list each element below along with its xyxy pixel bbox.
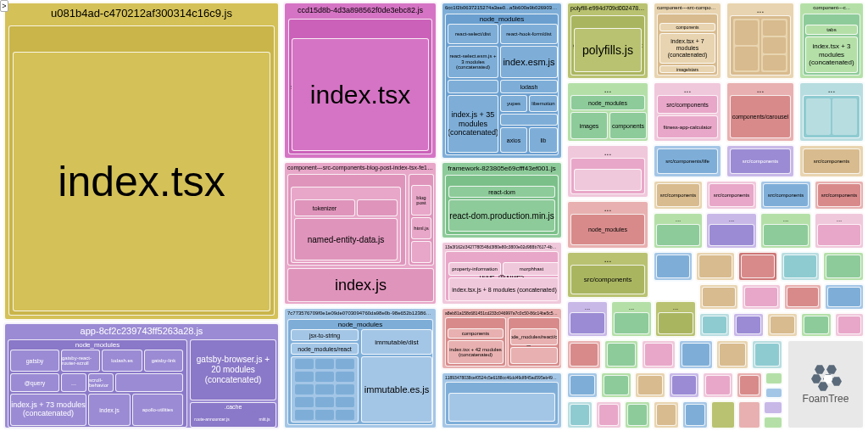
chunk-cell[interactable] bbox=[780, 251, 821, 282]
module[interactable]: src/components bbox=[657, 95, 718, 114]
chunk-cell[interactable] bbox=[834, 312, 865, 338]
chunk-cell[interactable]: ... bbox=[798, 81, 865, 143]
chunk-cell[interactable]: component---c... src/components tabs ind… bbox=[798, 2, 865, 80]
module-main[interactable]: index.js bbox=[287, 268, 434, 302]
module[interactable]: index.esm.js bbox=[500, 46, 558, 78]
chunk-cell[interactable]: src/components bbox=[726, 144, 795, 178]
chunk-cell[interactable]: ... bbox=[610, 300, 653, 338]
chunk-cell[interactable]: ccd15d8b-4d3a898562f0de3ebc82.js src/com… bbox=[283, 2, 437, 160]
chunk-cell[interactable] bbox=[751, 339, 783, 370]
module-main[interactable]: index.tsx.js + 8 modules (concatenated) bbox=[448, 277, 559, 301]
chunk-cell[interactable]: app-8cf2c239743ff5263a28.js node_modules… bbox=[3, 322, 280, 429]
chunk-cell[interactable]: framework-823805e69cfff43ef001.js node_m… bbox=[441, 161, 563, 239]
chunk-cell[interactable] bbox=[732, 312, 765, 338]
module[interactable]: src/components bbox=[730, 148, 791, 174]
module[interactable]: src/components/life bbox=[657, 148, 718, 174]
module[interactable]: lodash.es bbox=[102, 350, 142, 372]
module[interactable]: jsx-to-string bbox=[291, 329, 359, 341]
module[interactable]: tokenizer bbox=[294, 199, 355, 216]
chunk-cell[interactable] bbox=[566, 339, 602, 370]
module[interactable]: src/components bbox=[570, 265, 645, 294]
chunk-cell[interactable] bbox=[765, 372, 783, 385]
chunk-cell[interactable] bbox=[763, 416, 783, 429]
chunk-cell[interactable] bbox=[682, 400, 709, 429]
chunk-cell[interactable]: polyfill-e994d709d00247882fb6.js gatsby-… bbox=[566, 2, 649, 80]
chunk-cell[interactable]: ... bbox=[653, 212, 704, 249]
chunk-cell[interactable]: src/components/life bbox=[653, 144, 722, 178]
chunk-cell[interactable] bbox=[624, 400, 651, 429]
chunk-cell[interactable] bbox=[566, 400, 593, 429]
chunk-cell[interactable]: u081b4ad-c470212af300314c16c9.js src/com… bbox=[3, 2, 280, 321]
chunk-cell[interactable] bbox=[595, 400, 622, 429]
chunk-cell[interactable]: ... bbox=[654, 300, 697, 338]
chunk-cell[interactable] bbox=[766, 312, 798, 338]
chunk-cell[interactable] bbox=[600, 372, 632, 399]
chunk-cell[interactable]: 11893478038cef0524c5e6188cc46dd49df845ad… bbox=[441, 372, 563, 429]
chunk-cell[interactable]: ... bbox=[814, 212, 865, 249]
chunk-cell[interactable]: ... src/components bbox=[566, 251, 649, 299]
chunk-cell[interactable] bbox=[678, 339, 714, 370]
chunk-cell[interactable]: ... node_modules bbox=[566, 200, 649, 249]
chunk-cell[interactable]: ... bbox=[566, 300, 609, 338]
module[interactable]: components/carousel bbox=[730, 95, 791, 138]
chunk-cell[interactable] bbox=[800, 312, 832, 338]
chunk-cell[interactable]: ... bbox=[726, 2, 795, 80]
module-main[interactable]: index.tsx + 7 modules (concatenated) bbox=[659, 33, 715, 64]
module[interactable]: @query bbox=[10, 373, 59, 392]
module[interactable]: fitness-app-calculator bbox=[657, 115, 718, 138]
chunk-cell[interactable]: ... src/components fitness-app-calculato… bbox=[653, 81, 722, 143]
module[interactable]: node_modules/react bbox=[291, 343, 359, 355]
chunk-cell[interactable]: ... node_modules images components bbox=[566, 81, 649, 143]
chunk-cell[interactable]: component---src-components-blog-post-ind… bbox=[283, 161, 437, 305]
module[interactable]: react-select/dist bbox=[448, 24, 498, 44]
module[interactable]: images bbox=[570, 112, 608, 139]
bundle-treemap[interactable]: > u081b4ad-c470212af300314c16c9.js src/c… bbox=[0, 0, 868, 431]
chunk-cell[interactable]: src/components bbox=[760, 180, 812, 210]
chunk-cell[interactable] bbox=[737, 400, 761, 429]
chunk-cell[interactable] bbox=[737, 251, 778, 282]
module[interactable]: lodash bbox=[500, 80, 558, 93]
chunk-cell[interactable] bbox=[698, 283, 739, 311]
chunk-cell[interactable] bbox=[641, 339, 676, 370]
chunk-cell[interactable]: 13a3f162d3427780548d3f80e80c3800e02d988b… bbox=[441, 241, 563, 305]
chunk-cell[interactable]: ... bbox=[705, 212, 758, 249]
module[interactable]: named-entity-data.js bbox=[294, 218, 398, 260]
module[interactable]: gatsby-link bbox=[144, 350, 183, 372]
chunk-cell[interactable] bbox=[634, 372, 666, 399]
module-main[interactable]: index.js + 73 modules (concatenated) bbox=[10, 394, 86, 426]
chunk-cell[interactable] bbox=[698, 312, 731, 338]
module-main[interactable]: react-dom.production.min.js bbox=[448, 199, 555, 232]
chunk-cell[interactable]: ... components/carousel bbox=[726, 81, 795, 143]
module-main[interactable]: index.js + 35 modules (concatenated) bbox=[448, 95, 498, 153]
module[interactable]: gatsby-react-router-scroll bbox=[61, 350, 100, 372]
module-main[interactable]: index.tsx + 42 modules (concatenated) bbox=[448, 340, 504, 364]
module[interactable]: ... bbox=[61, 373, 86, 392]
module[interactable]: scroll-behavior bbox=[88, 373, 114, 392]
chunk-cell[interactable] bbox=[566, 372, 598, 399]
chunk-cell[interactable] bbox=[668, 372, 700, 399]
chunk-cell[interactable]: src/components bbox=[814, 180, 865, 210]
module-main[interactable]: gatsby-browser.js + 20 modules (concaten… bbox=[191, 355, 275, 385]
chunk-cell[interactable]: src/components bbox=[705, 180, 758, 210]
module[interactable]: react-dom bbox=[448, 186, 555, 198]
node-modules[interactable]: node_modules bbox=[570, 95, 645, 110]
chunk-cell[interactable] bbox=[695, 251, 736, 282]
sidebar-toggle[interactable]: > bbox=[0, 0, 8, 12]
chunk-cell[interactable]: component---src-components... src compon… bbox=[653, 2, 722, 80]
chunk-cell[interactable] bbox=[710, 400, 736, 429]
chunk-cell[interactable]: ... node_modules/dist bbox=[566, 144, 649, 199]
chunk-cell[interactable]: 6cc1f2b0637215274a3ae0...a5b600a9b026903… bbox=[441, 2, 563, 160]
foamtree-logo[interactable]: FoamTree bbox=[787, 339, 865, 429]
module[interactable]: components bbox=[609, 112, 647, 139]
module[interactable]: immutable/dist bbox=[361, 329, 432, 355]
chunk-cell[interactable] bbox=[824, 283, 865, 311]
chunk-cell[interactable] bbox=[604, 339, 639, 370]
chunk-cell[interactable] bbox=[741, 283, 782, 311]
chunk-cell[interactable] bbox=[702, 372, 734, 399]
module-main[interactable]: polyfills.js bbox=[574, 28, 642, 72]
chunk-cell[interactable] bbox=[763, 400, 783, 415]
chunk-cell[interactable]: src/components bbox=[653, 180, 704, 210]
module[interactable]: gatsby bbox=[10, 350, 59, 372]
chunk-cell[interactable] bbox=[653, 251, 693, 282]
module[interactable]: apollo-utilities bbox=[132, 394, 183, 426]
